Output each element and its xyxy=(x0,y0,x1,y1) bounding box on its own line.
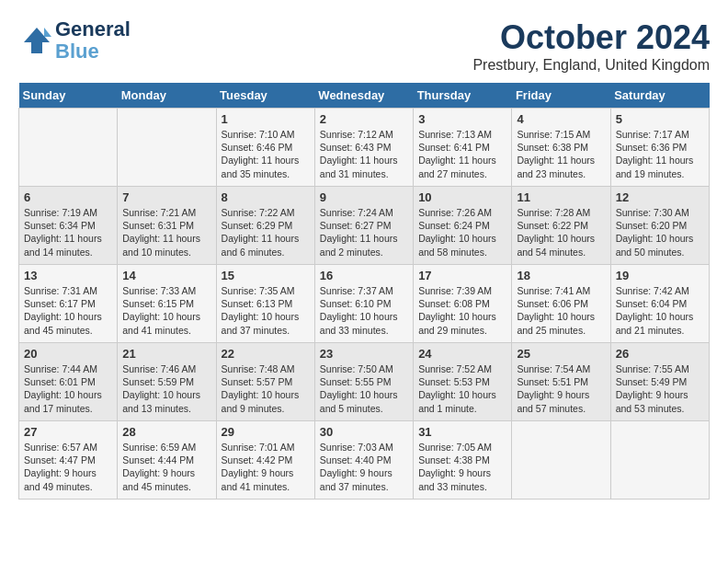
cell-content: Sunrise: 7:05 AM Sunset: 4:38 PM Dayligh… xyxy=(418,441,506,493)
day-number: 2 xyxy=(320,112,408,126)
calendar-cell: 12Sunrise: 7:30 AM Sunset: 6:20 PM Dayli… xyxy=(610,187,709,265)
calendar-cell: 10Sunrise: 7:26 AM Sunset: 6:24 PM Dayli… xyxy=(414,187,512,265)
day-number: 16 xyxy=(320,269,408,282)
day-number: 26 xyxy=(616,347,704,361)
calendar-cell: 31Sunrise: 7:05 AM Sunset: 4:38 PM Dayli… xyxy=(414,421,512,500)
calendar-cell: 26Sunrise: 7:55 AM Sunset: 5:49 PM Dayli… xyxy=(610,343,709,421)
day-number: 19 xyxy=(616,269,704,282)
calendar-cell: 9Sunrise: 7:24 AM Sunset: 6:27 PM Daylig… xyxy=(314,187,413,265)
calendar-cell: 22Sunrise: 7:48 AM Sunset: 5:57 PM Dayli… xyxy=(216,343,314,421)
calendar-cell: 6Sunrise: 7:19 AM Sunset: 6:34 PM Daylig… xyxy=(19,187,118,265)
calendar-cell xyxy=(512,421,610,500)
day-number: 28 xyxy=(122,425,210,439)
weekday-header-friday: Friday xyxy=(512,83,610,109)
calendar-cell: 24Sunrise: 7:52 AM Sunset: 5:53 PM Dayli… xyxy=(414,343,512,421)
weekday-header-monday: Monday xyxy=(118,83,216,109)
cell-content: Sunrise: 7:12 AM Sunset: 6:43 PM Dayligh… xyxy=(320,128,408,180)
day-number: 23 xyxy=(320,347,408,361)
day-number: 13 xyxy=(24,269,112,282)
calendar-cell xyxy=(118,109,216,187)
day-number: 6 xyxy=(24,190,112,204)
week-row-1: 1Sunrise: 7:10 AM Sunset: 6:46 PM Daylig… xyxy=(19,109,710,187)
day-number: 11 xyxy=(517,190,605,204)
calendar-cell: 18Sunrise: 7:41 AM Sunset: 6:06 PM Dayli… xyxy=(512,265,610,343)
day-number: 29 xyxy=(222,425,310,439)
calendar-cell xyxy=(19,109,118,187)
day-number: 18 xyxy=(517,269,605,282)
day-number: 15 xyxy=(222,269,310,282)
day-number: 14 xyxy=(122,269,210,282)
cell-content: Sunrise: 7:15 AM Sunset: 6:38 PM Dayligh… xyxy=(517,128,605,180)
calendar-cell: 8Sunrise: 7:22 AM Sunset: 6:29 PM Daylig… xyxy=(216,187,314,265)
calendar-cell xyxy=(610,421,709,500)
cell-content: Sunrise: 6:57 AM Sunset: 4:47 PM Dayligh… xyxy=(24,441,112,493)
cell-content: Sunrise: 7:52 AM Sunset: 5:53 PM Dayligh… xyxy=(418,362,506,415)
cell-content: Sunrise: 7:54 AM Sunset: 5:51 PM Dayligh… xyxy=(517,362,605,415)
cell-content: Sunrise: 7:33 AM Sunset: 6:15 PM Dayligh… xyxy=(122,284,210,337)
calendar-cell: 15Sunrise: 7:35 AM Sunset: 6:13 PM Dayli… xyxy=(216,265,314,343)
page-header: General Blue October 2024 Prestbury, Eng… xyxy=(18,18,710,74)
day-number: 1 xyxy=(222,112,310,126)
calendar-cell: 2Sunrise: 7:12 AM Sunset: 6:43 PM Daylig… xyxy=(314,109,413,187)
day-number: 3 xyxy=(418,112,506,126)
weekday-header-wednesday: Wednesday xyxy=(314,83,413,109)
day-number: 8 xyxy=(222,190,310,204)
week-row-2: 6Sunrise: 7:19 AM Sunset: 6:34 PM Daylig… xyxy=(19,187,710,265)
cell-content: Sunrise: 7:22 AM Sunset: 6:29 PM Dayligh… xyxy=(222,206,310,259)
logo-line1: General xyxy=(55,17,131,40)
day-number: 22 xyxy=(222,347,310,361)
day-number: 5 xyxy=(616,112,704,126)
calendar-cell: 14Sunrise: 7:33 AM Sunset: 6:15 PM Dayli… xyxy=(118,265,216,343)
calendar-cell: 7Sunrise: 7:21 AM Sunset: 6:31 PM Daylig… xyxy=(118,187,216,265)
calendar-cell: 4Sunrise: 7:15 AM Sunset: 6:38 PM Daylig… xyxy=(512,109,610,187)
cell-content: Sunrise: 7:13 AM Sunset: 6:41 PM Dayligh… xyxy=(418,128,506,180)
day-number: 9 xyxy=(320,190,408,204)
weekday-header-row: SundayMondayTuesdayWednesdayThursdayFrid… xyxy=(19,83,710,109)
cell-content: Sunrise: 7:42 AM Sunset: 6:04 PM Dayligh… xyxy=(616,284,704,337)
day-number: 7 xyxy=(122,190,210,204)
logo-icon xyxy=(18,24,51,57)
location: Prestbury, England, United Kingdom xyxy=(472,57,710,74)
day-number: 20 xyxy=(24,347,112,361)
week-row-3: 13Sunrise: 7:31 AM Sunset: 6:17 PM Dayli… xyxy=(19,265,710,343)
cell-content: Sunrise: 7:44 AM Sunset: 6:01 PM Dayligh… xyxy=(24,362,112,415)
logo-line2: Blue xyxy=(55,40,99,63)
calendar-cell: 29Sunrise: 7:01 AM Sunset: 4:42 PM Dayli… xyxy=(216,421,314,500)
cell-content: Sunrise: 7:19 AM Sunset: 6:34 PM Dayligh… xyxy=(24,206,112,259)
weekday-header-thursday: Thursday xyxy=(414,83,512,109)
cell-content: Sunrise: 7:03 AM Sunset: 4:40 PM Dayligh… xyxy=(320,441,408,493)
day-number: 24 xyxy=(418,347,506,361)
cell-content: Sunrise: 7:01 AM Sunset: 4:42 PM Dayligh… xyxy=(222,441,310,493)
calendar-cell: 16Sunrise: 7:37 AM Sunset: 6:10 PM Dayli… xyxy=(314,265,413,343)
cell-content: Sunrise: 7:31 AM Sunset: 6:17 PM Dayligh… xyxy=(24,284,112,337)
day-number: 27 xyxy=(24,425,112,439)
cell-content: Sunrise: 7:24 AM Sunset: 6:27 PM Dayligh… xyxy=(320,206,408,259)
calendar-cell: 1Sunrise: 7:10 AM Sunset: 6:46 PM Daylig… xyxy=(216,109,314,187)
cell-content: Sunrise: 7:48 AM Sunset: 5:57 PM Dayligh… xyxy=(222,362,310,415)
cell-content: Sunrise: 7:46 AM Sunset: 5:59 PM Dayligh… xyxy=(122,362,210,415)
day-number: 25 xyxy=(517,347,605,361)
calendar-cell: 13Sunrise: 7:31 AM Sunset: 6:17 PM Dayli… xyxy=(19,265,118,343)
calendar-cell: 27Sunrise: 6:57 AM Sunset: 4:47 PM Dayli… xyxy=(19,421,118,500)
cell-content: Sunrise: 6:59 AM Sunset: 4:44 PM Dayligh… xyxy=(122,441,210,493)
cell-content: Sunrise: 7:39 AM Sunset: 6:08 PM Dayligh… xyxy=(418,284,506,337)
logo: General Blue xyxy=(18,18,131,63)
calendar-cell: 30Sunrise: 7:03 AM Sunset: 4:40 PM Dayli… xyxy=(314,421,413,500)
cell-content: Sunrise: 7:41 AM Sunset: 6:06 PM Dayligh… xyxy=(517,284,605,337)
calendar-cell: 21Sunrise: 7:46 AM Sunset: 5:59 PM Dayli… xyxy=(118,343,216,421)
calendar-cell: 25Sunrise: 7:54 AM Sunset: 5:51 PM Dayli… xyxy=(512,343,610,421)
day-number: 12 xyxy=(616,190,704,204)
month-title: October 2024 xyxy=(472,18,710,57)
cell-content: Sunrise: 7:17 AM Sunset: 6:36 PM Dayligh… xyxy=(616,128,704,180)
cell-content: Sunrise: 7:55 AM Sunset: 5:49 PM Dayligh… xyxy=(616,362,704,415)
calendar-cell: 17Sunrise: 7:39 AM Sunset: 6:08 PM Dayli… xyxy=(414,265,512,343)
day-number: 30 xyxy=(320,425,408,439)
day-number: 4 xyxy=(517,112,605,126)
weekday-header-sunday: Sunday xyxy=(19,83,118,109)
calendar-cell: 23Sunrise: 7:50 AM Sunset: 5:55 PM Dayli… xyxy=(314,343,413,421)
cell-content: Sunrise: 7:50 AM Sunset: 5:55 PM Dayligh… xyxy=(320,362,408,415)
day-number: 10 xyxy=(418,190,506,204)
day-number: 17 xyxy=(418,269,506,282)
calendar-cell: 20Sunrise: 7:44 AM Sunset: 6:01 PM Dayli… xyxy=(19,343,118,421)
calendar-cell: 28Sunrise: 6:59 AM Sunset: 4:44 PM Dayli… xyxy=(118,421,216,500)
